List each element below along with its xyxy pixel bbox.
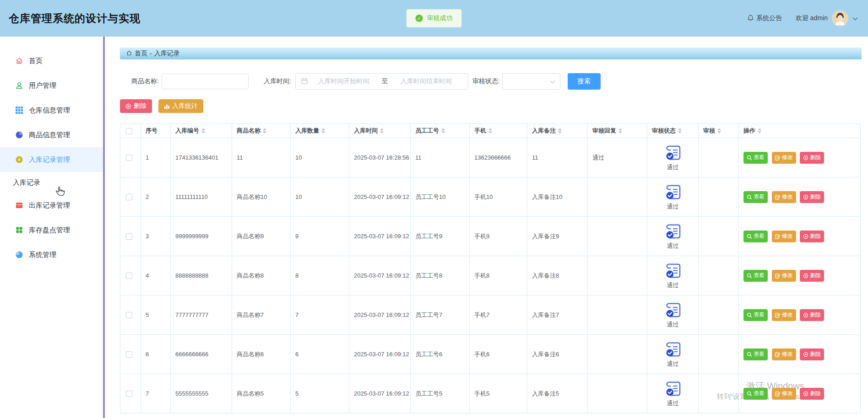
column-header-status[interactable]: 审核状态 bbox=[647, 124, 699, 138]
view-button[interactable]: 查看 bbox=[743, 270, 768, 282]
breadcrumb-home[interactable]: 首页 bbox=[135, 49, 147, 58]
edit-button[interactable]: 修改 bbox=[772, 152, 796, 164]
delete-button[interactable]: 删除 bbox=[800, 230, 824, 242]
sort-caret-icon[interactable] bbox=[678, 128, 682, 134]
view-button[interactable]: 查看 bbox=[743, 152, 768, 164]
date-range-picker[interactable]: 入库时间开始时间 至 入库时间结束时间 bbox=[295, 73, 468, 90]
bulk-delete-button[interactable]: 删除 bbox=[120, 99, 152, 113]
column-header-phone[interactable]: 手机 bbox=[470, 124, 527, 138]
sort-caret-icon[interactable] bbox=[488, 128, 492, 134]
bar-chart-icon bbox=[164, 103, 170, 109]
row-checkbox[interactable] bbox=[126, 351, 132, 358]
sort-caret-icon[interactable] bbox=[758, 128, 761, 134]
cell-status: 通过 bbox=[647, 217, 699, 256]
column-header-qty[interactable]: 入库数量 bbox=[291, 124, 349, 138]
delete-button[interactable]: 删除 bbox=[800, 388, 824, 400]
delete-button[interactable]: 删除 bbox=[800, 348, 824, 360]
sidebar-item-outbound-records[interactable]: 出库记录管理 bbox=[0, 193, 103, 218]
sidebar-item-system[interactable]: 系统管理 bbox=[0, 242, 103, 267]
edit-button[interactable]: 修改 bbox=[772, 309, 796, 321]
product-name-input[interactable] bbox=[162, 74, 249, 89]
cell-code: 6666666666 bbox=[171, 335, 232, 374]
column-header-remark[interactable]: 入库备注 bbox=[527, 124, 588, 138]
cell-index: 1 bbox=[141, 138, 171, 177]
delete-button[interactable]: 删除 bbox=[800, 270, 824, 282]
avatar[interactable] bbox=[832, 10, 848, 27]
sidebar-subitem-inbound-record[interactable]: 入库记录 bbox=[0, 172, 103, 193]
select-all-checkbox[interactable] bbox=[126, 128, 132, 134]
page-title: 仓库管理系统的设计与实现 bbox=[0, 11, 141, 26]
view-button[interactable]: 查看 bbox=[743, 191, 768, 203]
column-header-audit[interactable]: 审核 bbox=[699, 124, 739, 138]
cell-reply: 通过 bbox=[588, 138, 647, 177]
cell-audit bbox=[699, 374, 739, 413]
status-label: 通过 bbox=[667, 242, 679, 250]
start-time-placeholder[interactable]: 入库时间开始时间 bbox=[308, 77, 380, 86]
cell-phone: 手机9 bbox=[470, 217, 527, 256]
edit-icon bbox=[775, 352, 781, 357]
sidebar-item-users[interactable]: 用户管理 bbox=[0, 73, 103, 98]
cell-index: 3 bbox=[141, 217, 171, 256]
status-label: 通过 bbox=[667, 399, 679, 407]
sidebar-item-warehouse-info[interactable]: 仓库信息管理 bbox=[0, 98, 103, 123]
column-header-reply[interactable]: 审核回复 bbox=[588, 124, 647, 138]
column-header-time[interactable]: 入库时间 bbox=[349, 124, 411, 138]
sort-caret-icon[interactable] bbox=[201, 128, 205, 134]
sort-caret-icon[interactable] bbox=[558, 128, 562, 134]
row-checkbox[interactable] bbox=[126, 312, 132, 318]
sidebar-item-stocktake[interactable]: 库存盘点管理 bbox=[0, 218, 103, 242]
inbound-records-table: 序号入库编号商品名称入库数量入库时间员工工号手机入库备注审核回复审核状态审核操作… bbox=[120, 123, 861, 413]
column-header-product[interactable]: 商品名称 bbox=[232, 124, 291, 138]
magnifier-icon bbox=[747, 352, 752, 357]
toast-message: ✓ 审核成功 bbox=[407, 9, 462, 27]
edit-button[interactable]: 修改 bbox=[772, 191, 796, 203]
delete-button[interactable]: 删除 bbox=[800, 191, 824, 203]
table-header-row: 序号入库编号商品名称入库数量入库时间员工工号手机入库备注审核回复审核状态审核操作 bbox=[120, 124, 861, 138]
cell-employee: 员工工号6 bbox=[411, 335, 470, 374]
sidebar-item-inbound-records[interactable]: 入库记录管理 bbox=[0, 147, 103, 172]
system-announcement-link[interactable]: 系统公告 bbox=[747, 14, 782, 23]
edit-button[interactable]: 修改 bbox=[772, 230, 796, 242]
row-checkbox[interactable] bbox=[126, 155, 132, 161]
user-menu[interactable]: 欢迎 admin bbox=[796, 10, 858, 27]
column-header-code[interactable]: 入库编号 bbox=[171, 124, 232, 138]
row-checkbox[interactable] bbox=[126, 391, 132, 397]
sort-caret-icon[interactable] bbox=[321, 128, 325, 134]
delete-button[interactable]: 删除 bbox=[800, 152, 824, 164]
sort-caret-icon[interactable] bbox=[717, 128, 721, 134]
sort-caret-icon[interactable] bbox=[618, 128, 622, 134]
delete-button[interactable]: 删除 bbox=[800, 309, 824, 321]
inbound-stats-button[interactable]: 入库统计 bbox=[158, 99, 203, 113]
row-checkbox[interactable] bbox=[126, 194, 132, 200]
view-button[interactable]: 查看 bbox=[743, 309, 768, 321]
cell-product: 商品名称10 bbox=[232, 177, 291, 217]
edit-button[interactable]: 修改 bbox=[772, 348, 796, 360]
magnifier-icon bbox=[747, 234, 752, 239]
sort-caret-icon[interactable] bbox=[263, 128, 266, 134]
sort-caret-icon[interactable] bbox=[441, 128, 445, 134]
edit-button[interactable]: 修改 bbox=[772, 270, 796, 282]
sidebar-item-product-info[interactable]: 商品信息管理 bbox=[0, 123, 103, 147]
column-header-ops[interactable]: 操作 bbox=[739, 124, 861, 138]
column-header-employee[interactable]: 员工工号 bbox=[411, 124, 470, 138]
clover-green-icon bbox=[15, 226, 23, 234]
cell-audit bbox=[699, 217, 739, 256]
edit-button[interactable]: 修改 bbox=[772, 388, 796, 400]
view-button[interactable]: 查看 bbox=[743, 388, 768, 400]
view-button[interactable]: 查看 bbox=[743, 348, 768, 360]
cell-operations: 查看 修改 删除 bbox=[739, 335, 861, 374]
action-buttons: 删除 入库统计 bbox=[120, 99, 862, 113]
cell-remark: 入库备注9 bbox=[527, 217, 588, 256]
table-row: 7 5555555555 商品名称5 5 2025-03-07 16:09:12… bbox=[120, 374, 861, 413]
audit-status-select[interactable] bbox=[502, 73, 560, 90]
view-button[interactable]: 查看 bbox=[743, 230, 768, 242]
cell-code: 7777777777 bbox=[171, 295, 232, 335]
row-checkbox[interactable] bbox=[126, 273, 132, 279]
end-time-placeholder[interactable]: 入库时间结束时间 bbox=[390, 77, 462, 86]
row-checkbox[interactable] bbox=[126, 233, 132, 240]
search-button[interactable]: 搜索 bbox=[568, 73, 601, 90]
sort-caret-icon[interactable] bbox=[380, 128, 384, 134]
table-row: 5 7777777777 商品名称7 7 2025-03-07 16:09:12… bbox=[120, 295, 861, 335]
sidebar-item-home[interactable]: 首页 bbox=[0, 48, 103, 73]
table-row: 2 11111111110 商品名称10 10 2025-03-07 16:09… bbox=[120, 177, 861, 217]
